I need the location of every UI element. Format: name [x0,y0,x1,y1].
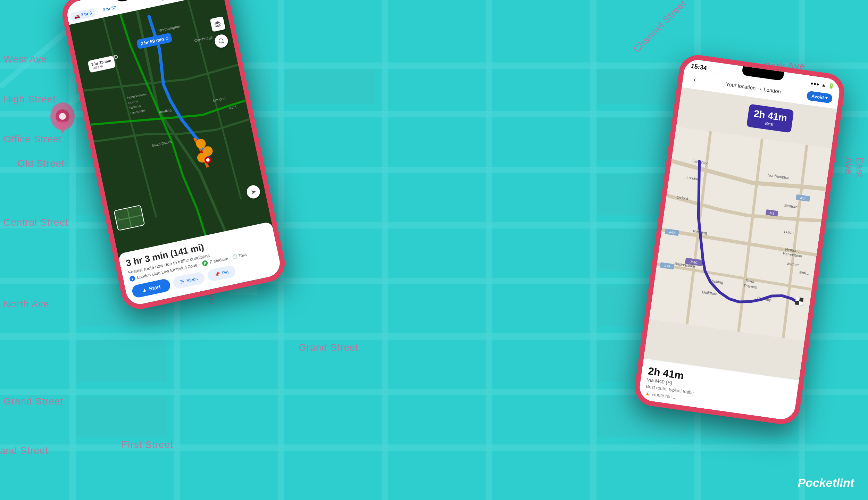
waze-avoid-button[interactable]: Avoid ▾ [806,91,833,103]
waze-warning-icon: ▲ [645,390,651,397]
street-label-and: and Street [0,445,48,456]
pin-label: Pin [222,269,229,276]
route-opt-walk[interactable]: 🚶 2 d [156,0,176,3]
street-label-old: Old Street [17,158,65,169]
waze-warning-text: Route rec... [652,391,676,400]
svg-text:M1: M1 [770,211,775,215]
svg-rect-13 [486,0,492,500]
start-label: Start [148,283,161,292]
waze-back-button[interactable]: ‹ [688,73,701,85]
steps-label: Steps [186,276,198,284]
street-label-grand-l: Grand Street [3,396,63,407]
info-icon-blue: i [129,275,136,282]
route-info3: · 🕐 Tolls [229,252,247,260]
route-time-top: 3 hr 57 [99,3,119,15]
steps-icon: ☰ [180,279,185,285]
start-button[interactable]: ▲ Start [131,278,171,299]
svg-rect-12 [382,0,388,500]
svg-rect-31 [76,340,167,382]
street-label-east-ave: East Ave [843,157,865,185]
wifi-icon: ▲ [821,82,827,88]
info-icon-parking: P [202,260,208,267]
street-label-grand-c: Grand Street [299,342,358,353]
signal-icon: ●●● [810,80,819,87]
street-label-north-l: North Ave [3,299,49,310]
route-opt-car[interactable]: 🚗 3 hr 3 [70,8,95,22]
street-label-central-l: Central Street [3,217,68,228]
svg-point-49 [59,113,66,120]
waze-map-area: M40 A40 A30 M1 A14 Cove [644,88,837,380]
svg-rect-19 [285,69,375,104]
street-label-high: High Street [3,94,56,105]
pocketlint-logo: Pocketlint [798,476,854,490]
pin-button[interactable]: 📌 Pin [207,265,236,282]
battery-icon: 🔋 [828,83,834,89]
svg-rect-23 [597,69,687,104]
map-layers-button[interactable] [210,16,225,32]
start-icon: ▲ [141,286,148,293]
svg-rect-32 [76,396,167,438]
svg-rect-99 [795,297,800,301]
svg-point-67 [218,39,223,43]
route-info-sep: · [199,262,201,267]
svg-rect-100 [799,301,803,306]
street-label-first: First Street [122,439,173,450]
pocketlint-text: Pocketlint [798,476,854,489]
location-pin [49,101,76,140]
avoid-label: Avoid ▾ [811,93,828,100]
steps-button[interactable]: ☰ Steps [172,271,206,290]
badge-tolls: ⊙ [165,36,169,41]
svg-rect-14 [590,0,596,500]
pin-icon: 📌 [214,271,221,277]
street-label-west: West Ave [3,54,47,65]
